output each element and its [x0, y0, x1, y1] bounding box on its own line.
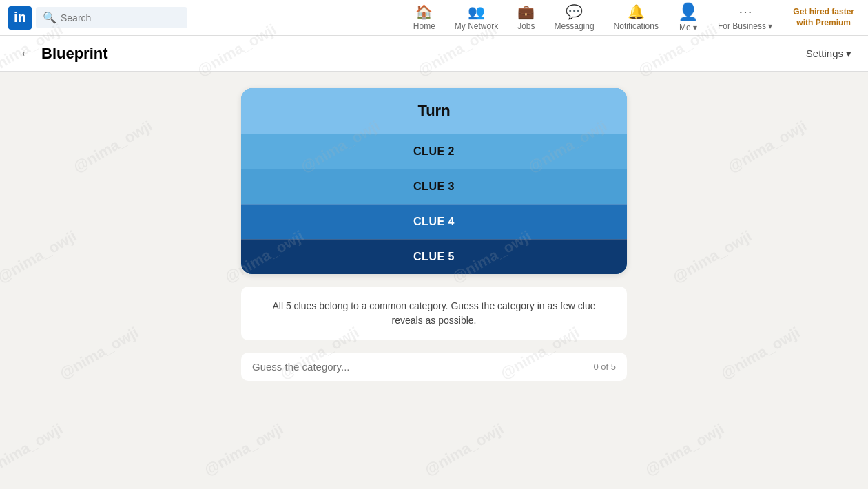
clue-3-row[interactable]: CLUE 3 [241, 169, 627, 204]
main-content: Turn CLUE 2 CLUE 3 CLUE 4 CLUE 5 All 5 c… [0, 72, 868, 489]
clue-2-row[interactable]: CLUE 2 [241, 134, 627, 169]
turn-header: Turn [241, 88, 627, 134]
nav-label-notifications: Notifications [614, 21, 659, 31]
search-icon: 🔍 [43, 11, 56, 24]
sub-header: ← Blueprint Settings ▾ [0, 36, 868, 72]
nav-item-my-network[interactable]: 👥 My Network [445, 0, 508, 36]
search-bar[interactable]: 🔍 [36, 7, 187, 28]
nav-item-me[interactable]: 👤 Me ▾ [668, 0, 708, 36]
description-box: All 5 clues belong to a common category.… [241, 287, 627, 340]
clue-4-row[interactable]: CLUE 4 [241, 204, 627, 239]
progress-count: 0 of 5 [593, 362, 616, 372]
nav-label-messaging: Messaging [555, 21, 595, 31]
search-input[interactable] [61, 12, 157, 23]
clue-5-row[interactable]: CLUE 5 [241, 239, 627, 274]
nav-label-for-business: For Business ▾ [718, 21, 772, 31]
back-button[interactable]: ← [17, 43, 36, 64]
nav-label-my-network: My Network [455, 21, 498, 31]
game-card: Turn CLUE 2 CLUE 3 CLUE 4 CLUE 5 [241, 88, 627, 274]
nav-label-me: Me ▾ [679, 23, 697, 32]
nav-links: 🏠 Home 👥 My Network 💼 Jobs 💬 Messaging 🔔… [404, 0, 860, 36]
nav-item-messaging[interactable]: 💬 Messaging [545, 0, 604, 36]
description-text: All 5 clues belong to a common category.… [258, 299, 610, 328]
guess-input[interactable] [252, 361, 586, 373]
guess-input-row: 0 of 5 [241, 353, 627, 381]
linkedin-logo[interactable]: in [8, 6, 32, 30]
jobs-icon: 💼 [517, 3, 535, 20]
messaging-icon: 💬 [566, 3, 583, 20]
chevron-down-icon: ▾ [846, 48, 851, 60]
page-title: Blueprint [41, 45, 108, 63]
me-icon: 👤 [678, 2, 699, 21]
clue-4-label: CLUE 4 [413, 216, 455, 228]
settings-button[interactable]: Settings ▾ [806, 48, 851, 60]
home-icon: 🏠 [415, 3, 433, 20]
premium-link[interactable]: Get hired faster with Premium [787, 0, 860, 36]
nav-label-home: Home [413, 21, 435, 31]
premium-text[interactable]: Get hired faster with Premium [793, 7, 854, 28]
nav-item-for-business[interactable]: ⋯ For Business ▾ [708, 0, 782, 36]
clue-5-label: CLUE 5 [413, 251, 455, 263]
nav-item-notifications[interactable]: 🔔 Notifications [604, 0, 668, 36]
navbar: in 🔍 🏠 Home 👥 My Network 💼 Jobs 💬 Messag… [0, 0, 868, 36]
nav-item-home[interactable]: 🏠 Home [404, 0, 445, 36]
nav-label-jobs: Jobs [517, 21, 535, 31]
clue-3-label: CLUE 3 [413, 180, 455, 193]
nav-item-jobs[interactable]: 💼 Jobs [508, 0, 544, 36]
settings-label: Settings [806, 48, 843, 59]
clue-2-label: CLUE 2 [413, 145, 455, 158]
my-network-icon: 👥 [468, 3, 485, 20]
notifications-icon: 🔔 [628, 3, 645, 20]
for-business-icon: ⋯ [738, 3, 752, 20]
